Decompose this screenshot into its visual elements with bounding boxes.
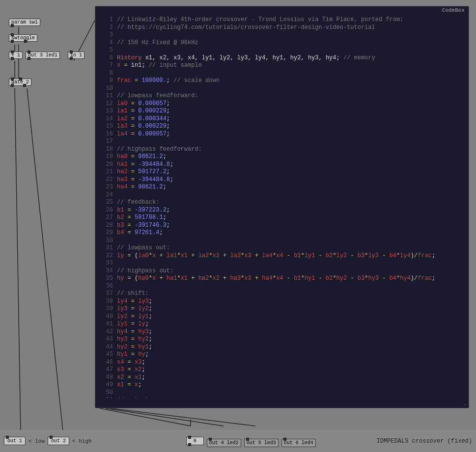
numbox-0[interactable]: 0 (186, 437, 204, 445)
out3led1-obj[interactable]: out 3 led1 (26, 52, 60, 59)
low-label: < low (28, 438, 45, 444)
out4led2-label: out 4 led2 (209, 440, 239, 446)
code-line-41: 41 ly1 = ly; (99, 320, 465, 328)
out5led3-obj[interactable]: out 5 led3 (244, 439, 279, 447)
code-line-12: 12 la0 = 0.000057; (99, 100, 465, 108)
out2-obj[interactable]: out 2 (48, 437, 69, 445)
code-line-23: 23 ha4 = 98621.2; (99, 184, 465, 191)
inlet-1[interactable] (11, 78, 14, 80)
out2-inlet (50, 436, 53, 439)
outlet-1[interactable] (11, 24, 14, 27)
inlet-1[interactable] (70, 51, 73, 53)
inlet-1[interactable] (11, 33, 14, 36)
in1-obj[interactable]: in 1 (68, 52, 84, 59)
code-line-30: 30 (99, 237, 465, 245)
codebox-title: CodeBox (442, 7, 465, 13)
svg-line-7 (106, 408, 224, 426)
code-line-5: 5 (99, 47, 465, 54)
code-line-3: 3 (99, 31, 465, 39)
code-line-21: 21 ha2 = 591727.2; (99, 168, 465, 176)
svg-line-4 (15, 88, 21, 431)
code-line-24: 24 (99, 191, 465, 199)
code-line-38: 38 ly4 = ly3; (99, 298, 465, 306)
codebox-content[interactable]: 1 // Linkwitz-Riley 4th-order crossover … (95, 14, 469, 398)
code-line-20: 20 ha1 = -394484.8; (99, 161, 465, 169)
code-line-11: 11 // lowpass feedforward: (99, 92, 465, 100)
code-line-1: 1 // Linkwitz-Riley 4th-order crossover … (99, 16, 465, 24)
code-line-18: 18 // highpass feedforward: (99, 146, 465, 154)
code-line-37: 37 // shift: (99, 290, 465, 298)
outlet-1[interactable] (70, 57, 73, 60)
code-line-9: 9 frac = 100000.; // scale down (99, 77, 465, 85)
numbox-outlet (188, 443, 191, 446)
outlet-1[interactable] (11, 40, 14, 43)
code-line-19: 19 ha0 = 98621.2; (99, 153, 465, 161)
code-line-47: 47 x3 = x2; (99, 366, 465, 374)
out2-group: out 2 (48, 437, 69, 445)
out3led1-label: out 3 led1 (28, 53, 57, 58)
resize-handle[interactable]: ⌟ (463, 399, 467, 407)
gate2-obj[interactable]: gate 2 (9, 79, 31, 86)
outlet-2[interactable] (24, 40, 27, 43)
numbox-0-group: 0 (186, 437, 204, 445)
code-line-29: 29 b4 = 97261.4; (99, 229, 465, 237)
out6led4-group: out 6 led4 (281, 439, 316, 447)
out5led3-group: out 5 led3 (244, 439, 279, 447)
code-line-27: 27 b2 = 591708.1; (99, 214, 465, 222)
out1-group: out 1 (4, 437, 26, 445)
code-line-40: 40 ly2 = ly1; (99, 313, 465, 321)
svg-line-8 (111, 408, 255, 426)
code-line-45: 45 hy1 = hy; (99, 351, 465, 359)
plus1-obj[interactable]: + 1 (9, 52, 23, 59)
numbox-inlet (188, 436, 191, 439)
out6-inlet (283, 438, 286, 441)
out6led4-obj[interactable]: out 6 led4 (281, 439, 316, 447)
code-line-51: 51 // output: (99, 397, 465, 398)
code-line-49: 49 x1 = x; (99, 381, 465, 389)
code-line-35: 35 hy = (ha0*x + ha1*x1 + ha2*x2 + ha3*x… (99, 275, 465, 283)
bottom-bar: out 1 < low out 2 < high 0 out (0, 430, 476, 452)
code-line-8: 8 (99, 70, 465, 78)
outlet-2[interactable] (23, 84, 26, 87)
code-line-6: 6 History x1, x2, x3, x4, ly1, ly2, ly3,… (99, 54, 465, 62)
codebox[interactable]: CodeBox 1 // Linkwitz-Riley 4th-order cr… (95, 6, 469, 408)
code-line-25: 25 // feedback: (99, 199, 465, 207)
outlet-1[interactable] (11, 84, 14, 87)
out4led2-obj[interactable]: out 4 led2 (207, 439, 241, 447)
high-label: < high (72, 438, 92, 444)
code-line-33: 33 (99, 260, 465, 267)
code-line-14: 14 la2 = 0.000344; (99, 115, 465, 123)
code-line-7: 7 x = in1; // input sample (99, 62, 465, 70)
code-line-10: 10 (99, 85, 465, 93)
code-line-26: 26 b1 = -397223.2; (99, 207, 465, 214)
code-line-48: 48 x2 = x1; (99, 374, 465, 382)
code-line-15: 15 la3 = 0.000229; (99, 123, 465, 131)
out4-inlet (209, 438, 212, 441)
outlet-1[interactable] (28, 57, 30, 60)
code-line-2: 2 // https://cycling74.com/tutorials/cro… (99, 24, 465, 32)
svg-line-6 (100, 408, 191, 426)
numbox-value: 0 (194, 438, 196, 444)
code-line-44: 44 hy2 = hy1; (99, 344, 465, 351)
code-line-31: 31 // lowpass out: (99, 244, 465, 252)
out4led2-group: out 4 led2 (207, 439, 241, 447)
outlet-1[interactable] (11, 57, 14, 60)
code-line-16: 16 la4 = 0.000057; (99, 131, 465, 138)
out1-obj[interactable]: out 1 (4, 437, 26, 445)
code-line-46: 46 x4 = x3; (99, 359, 465, 367)
inlet-1[interactable] (11, 51, 14, 53)
out5-inlet (246, 438, 249, 441)
swtoggle-obj[interactable]: swtoggle (9, 34, 37, 42)
code-line-36: 36 (99, 283, 465, 291)
inlet-2[interactable] (19, 78, 22, 80)
code-line-13: 13 la1 = 0.000229; (99, 107, 465, 115)
svg-line-5 (27, 88, 63, 431)
code-line-22: 22 ha3 = -394484.8; (99, 176, 465, 184)
out6led4-label: out 6 led4 (284, 440, 313, 446)
code-line-39: 39 ly3 = ly2; (99, 305, 465, 313)
out1-label: out 1 (7, 438, 22, 444)
code-line-17: 17 (99, 138, 465, 146)
param-sw1-obj[interactable]: param sw1 (9, 19, 40, 26)
patch-title: IDMPEDALS crossover (fixed) (377, 438, 472, 445)
inlet-1[interactable] (28, 51, 30, 53)
